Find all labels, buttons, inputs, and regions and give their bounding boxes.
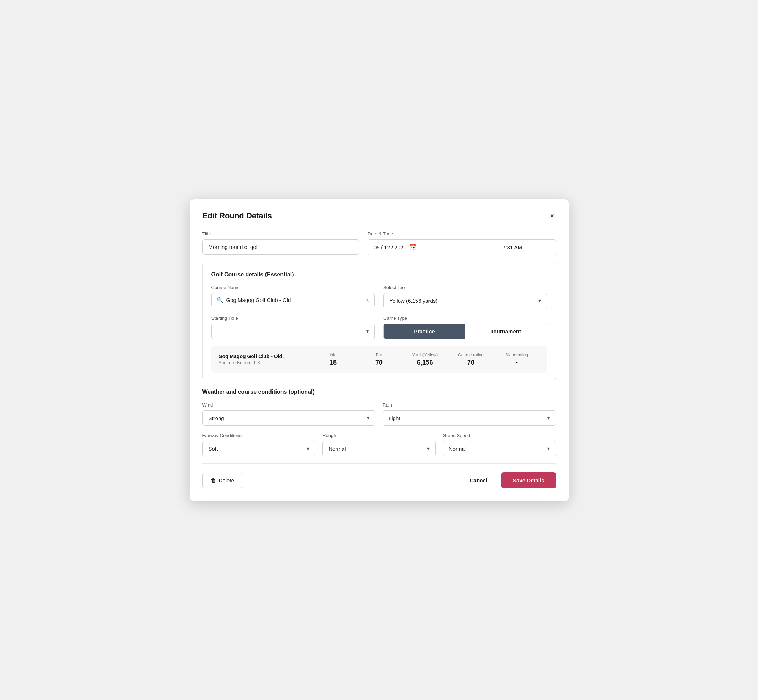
course-tee-row: Course Name 🔍 ✕ Select Tee Yellow (6,156… bbox=[211, 285, 547, 308]
footer-right: Cancel Save Details bbox=[464, 472, 556, 488]
rain-dropdown[interactable]: Light ▾ bbox=[382, 411, 556, 426]
edit-round-modal: Edit Round Details × Title Date & Time 0… bbox=[190, 199, 568, 501]
starting-hole-dropdown[interactable]: 1 ▾ bbox=[211, 324, 375, 339]
par-value: 70 bbox=[356, 359, 402, 366]
course-info-location: Shelford Bottom, UK bbox=[219, 360, 310, 365]
calendar-icon: 📅 bbox=[409, 244, 417, 251]
wind-label: Wind bbox=[202, 402, 376, 408]
course-search-container[interactable]: 🔍 ✕ bbox=[211, 293, 375, 307]
chevron-down-icon: ▾ bbox=[366, 328, 369, 334]
rain-group: Rain Light ▾ bbox=[382, 402, 556, 426]
yards-label: Yards(Yellow) bbox=[402, 353, 448, 358]
title-input[interactable] bbox=[202, 239, 359, 255]
select-tee-group: Select Tee Yellow (6,156 yards) ▾ bbox=[383, 285, 547, 308]
time-value: 7:31 AM bbox=[503, 244, 522, 250]
course-rating-value: 70 bbox=[448, 359, 494, 366]
modal-header: Edit Round Details × bbox=[202, 211, 556, 221]
green-speed-label: Green Speed bbox=[443, 433, 556, 438]
select-tee-value: Yellow (6,156 yards) bbox=[389, 298, 437, 304]
date-field[interactable]: 05 / 12 / 2021 📅 bbox=[368, 240, 469, 255]
fairway-rough-green-row: Fairway Conditions Soft ▾ Rough Normal ▾… bbox=[202, 433, 556, 456]
date-time-container: 05 / 12 / 2021 📅 7:31 AM bbox=[368, 239, 556, 255]
cancel-button[interactable]: Cancel bbox=[464, 473, 493, 488]
modal-title: Edit Round Details bbox=[202, 211, 272, 220]
chevron-down-icon: ▾ bbox=[539, 298, 541, 303]
course-stat-course-rating: Course rating 70 bbox=[448, 353, 494, 366]
course-name-group: Course Name 🔍 ✕ bbox=[211, 285, 375, 308]
conditions-section: Weather and course conditions (optional)… bbox=[202, 389, 556, 456]
delete-label: Delete bbox=[219, 477, 234, 483]
starting-hole-label: Starting Hole bbox=[211, 316, 375, 321]
starting-hole-value: 1 bbox=[218, 328, 220, 334]
close-button[interactable]: × bbox=[548, 211, 556, 221]
datetime-label: Date & Time bbox=[368, 231, 556, 236]
select-tee-dropdown[interactable]: Yellow (6,156 yards) ▾ bbox=[383, 293, 547, 308]
chevron-down-icon: ▾ bbox=[367, 415, 370, 421]
hole-gametype-row: Starting Hole 1 ▾ Game Type Practice Tou… bbox=[211, 316, 547, 339]
chevron-down-icon: ▾ bbox=[427, 446, 429, 452]
game-type-toggle: Practice Tournament bbox=[383, 324, 547, 339]
chevron-down-icon: ▾ bbox=[307, 446, 309, 452]
title-label: Title bbox=[202, 231, 359, 236]
rough-label: Rough bbox=[323, 433, 435, 438]
par-label: Par bbox=[356, 353, 402, 358]
title-group: Title bbox=[202, 231, 359, 255]
fairway-dropdown[interactable]: Soft ▾ bbox=[202, 441, 316, 456]
golf-course-section: Golf Course details (Essential) Course N… bbox=[202, 262, 556, 380]
clear-icon[interactable]: ✕ bbox=[365, 297, 370, 303]
fairway-label: Fairway Conditions bbox=[202, 433, 316, 438]
rough-group: Rough Normal ▾ bbox=[323, 433, 435, 456]
datetime-group: Date & Time 05 / 12 / 2021 📅 7:31 AM bbox=[368, 231, 556, 255]
chevron-down-icon: ▾ bbox=[547, 446, 550, 452]
course-name-label: Course Name bbox=[211, 285, 375, 290]
trash-icon: 🗑 bbox=[211, 477, 216, 483]
rain-value: Light bbox=[388, 415, 400, 421]
course-stat-slope-rating: Slope rating - bbox=[494, 353, 540, 366]
practice-button[interactable]: Practice bbox=[384, 324, 465, 339]
slope-rating-label: Slope rating bbox=[494, 353, 540, 358]
green-speed-group: Green Speed Normal ▾ bbox=[443, 433, 556, 456]
time-field[interactable]: 7:31 AM bbox=[469, 240, 556, 255]
course-info-name: Gog Magog Golf Club - Old, bbox=[219, 353, 310, 359]
rough-value: Normal bbox=[329, 446, 346, 452]
holes-value: 18 bbox=[310, 359, 356, 366]
game-type-label: Game Type bbox=[383, 316, 547, 321]
green-speed-value: Normal bbox=[449, 446, 466, 452]
fairway-group: Fairway Conditions Soft ▾ bbox=[202, 433, 316, 456]
fairway-value: Soft bbox=[208, 446, 218, 452]
course-info-name-block: Gog Magog Golf Club - Old, Shelford Bott… bbox=[219, 353, 310, 365]
game-type-group: Game Type Practice Tournament bbox=[383, 316, 547, 339]
chevron-down-icon: ▾ bbox=[547, 415, 550, 421]
green-speed-dropdown[interactable]: Normal ▾ bbox=[443, 441, 556, 456]
rough-dropdown[interactable]: Normal ▾ bbox=[323, 441, 435, 456]
conditions-title: Weather and course conditions (optional) bbox=[202, 389, 556, 395]
wind-value: Strong bbox=[208, 415, 224, 421]
course-name-input[interactable] bbox=[226, 297, 363, 303]
wind-dropdown[interactable]: Strong ▾ bbox=[202, 411, 376, 426]
holes-label: Holes bbox=[310, 353, 356, 358]
title-datetime-row: Title Date & Time 05 / 12 / 2021 📅 7:31 … bbox=[202, 231, 556, 255]
save-button[interactable]: Save Details bbox=[501, 472, 556, 488]
date-value: 05 / 12 / 2021 bbox=[374, 244, 406, 250]
course-stat-par: Par 70 bbox=[356, 353, 402, 366]
rain-label: Rain bbox=[382, 402, 556, 408]
delete-button[interactable]: 🗑 Delete bbox=[202, 473, 242, 488]
golf-section-title: Golf Course details (Essential) bbox=[211, 271, 547, 278]
course-info-box: Gog Magog Golf Club - Old, Shelford Bott… bbox=[211, 346, 547, 373]
select-tee-label: Select Tee bbox=[383, 285, 547, 290]
tournament-button[interactable]: Tournament bbox=[465, 324, 547, 339]
course-stat-holes: Holes 18 bbox=[310, 353, 356, 366]
wind-rain-row: Wind Strong ▾ Rain Light ▾ bbox=[202, 402, 556, 426]
yards-value: 6,156 bbox=[402, 359, 448, 366]
course-stat-yards: Yards(Yellow) 6,156 bbox=[402, 353, 448, 366]
course-rating-label: Course rating bbox=[448, 353, 494, 358]
slope-rating-value: - bbox=[494, 359, 540, 366]
wind-group: Wind Strong ▾ bbox=[202, 402, 376, 426]
footer-row: 🗑 Delete Cancel Save Details bbox=[202, 472, 556, 488]
search-icon: 🔍 bbox=[217, 297, 224, 303]
starting-hole-group: Starting Hole 1 ▾ bbox=[211, 316, 375, 339]
